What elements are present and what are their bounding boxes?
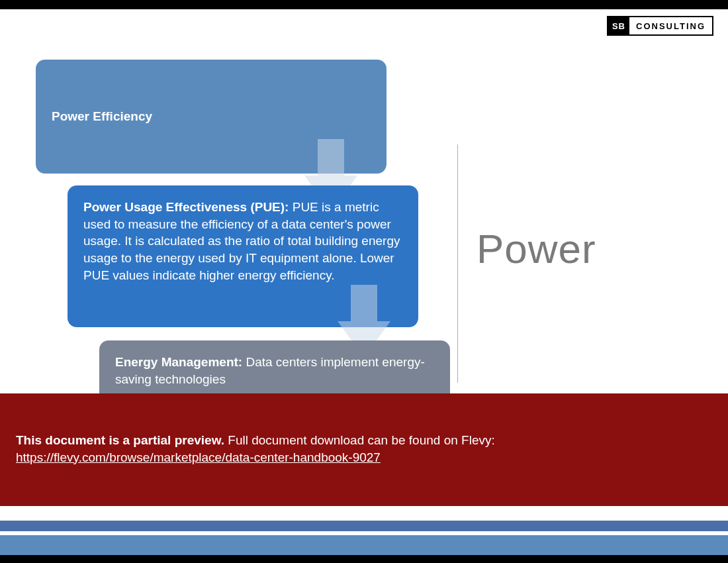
footer-bar-darkblue: [0, 521, 728, 531]
preview-banner-rest: Full document download can be found on F…: [224, 433, 495, 447]
footer-bar-lightblue: [0, 535, 728, 555]
vertical-divider: [457, 144, 458, 383]
preview-banner-bold: This document is a partial preview.: [16, 433, 224, 447]
top-black-bar: [0, 0, 728, 9]
box-pue-title: Power Usage Effectiveness (PUE):: [83, 200, 293, 214]
box-power-efficiency-title: Power Efficiency: [52, 108, 152, 125]
preview-banner-link[interactable]: https://flevy.com/browse/marketplace/dat…: [16, 450, 381, 464]
logo: SB CONSULTING: [607, 16, 713, 36]
logo-sb-mark: SB: [608, 17, 629, 34]
logo-consulting-text: CONSULTING: [629, 17, 712, 34]
footer-bar-black: [0, 555, 728, 563]
section-title-power: Power: [477, 225, 596, 272]
box-energy-management-title: Energy Management:: [115, 355, 246, 369]
preview-banner: This document is a partial preview. Full…: [0, 393, 728, 506]
